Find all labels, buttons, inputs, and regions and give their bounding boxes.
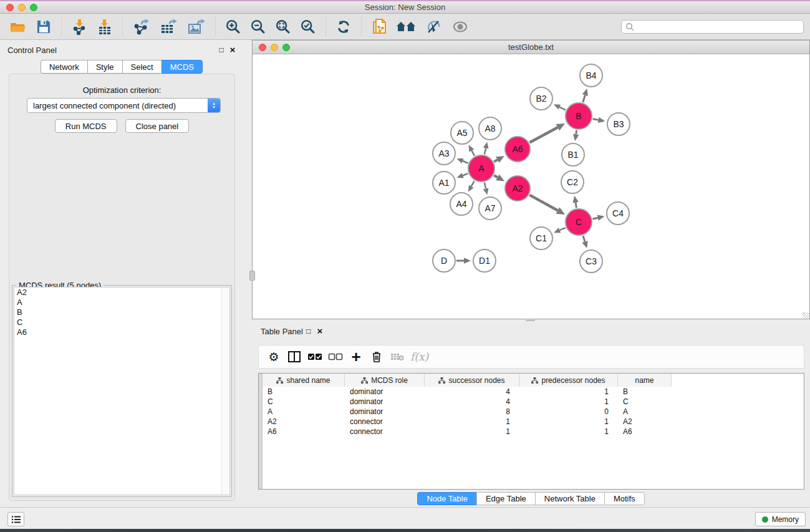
network-zoom-button[interactable] xyxy=(282,44,290,51)
tab-mcds[interactable]: MCDS xyxy=(162,60,203,74)
graph-node-B3[interactable]: B3 xyxy=(607,112,630,136)
graph-node-B[interactable]: B xyxy=(565,102,592,130)
float-table-panel-button[interactable]: □ xyxy=(303,326,314,336)
graph-node-B1[interactable]: B1 xyxy=(561,143,585,167)
graph-node-A3[interactable]: A3 xyxy=(432,142,456,165)
criterion-dropdown[interactable]: largest connected component (directed) ▲… xyxy=(27,98,221,113)
table-row[interactable]: A2connector11A2 xyxy=(263,417,804,427)
network-minimize-button[interactable] xyxy=(271,44,278,51)
tab-select[interactable]: Select xyxy=(122,60,162,74)
open-file-button[interactable] xyxy=(8,17,28,36)
home-icon xyxy=(396,19,416,34)
table-cell: connector xyxy=(345,427,425,437)
add-column-button[interactable]: + xyxy=(349,349,364,365)
column-header-MCDS-role[interactable]: MCDS role xyxy=(345,374,425,387)
tab-motifs[interactable]: Motifs xyxy=(604,492,645,505)
show-columns-button[interactable] xyxy=(287,349,302,365)
graph-node-A[interactable]: A xyxy=(468,155,495,182)
zoom-window-button[interactable] xyxy=(30,4,37,11)
network-canvas[interactable]: B4B2BB3A8A5A6A3B1AC2A1A2A4A7C4CC1C3DD1 xyxy=(253,54,809,319)
hide-annotations-button[interactable] xyxy=(423,17,443,36)
delete-columns-button[interactable] xyxy=(369,349,384,365)
network-close-button[interactable] xyxy=(259,44,266,51)
tab-style[interactable]: Style xyxy=(87,60,122,74)
mcds-result-item[interactable]: A2 xyxy=(14,288,229,297)
mcds-result-item[interactable]: C xyxy=(14,317,229,327)
export-network-button[interactable] xyxy=(131,17,152,37)
table-cell: 1 xyxy=(519,397,618,407)
tab-node-table[interactable]: Node Table xyxy=(417,492,476,505)
table-row[interactable]: A6connector11A6 xyxy=(263,427,804,437)
memory-button[interactable]: Memory xyxy=(755,512,806,526)
mcds-result-item[interactable]: A xyxy=(14,297,229,307)
toolbar-separator xyxy=(361,17,362,36)
column-header-name[interactable]: name xyxy=(618,374,672,387)
graph-node-D1[interactable]: D1 xyxy=(473,249,496,273)
run-mcds-button[interactable]: Run MCDS xyxy=(55,119,117,133)
graph-node-A1[interactable]: A1 xyxy=(432,171,456,195)
graph-node-C[interactable]: C xyxy=(565,208,592,236)
session-title: Session: New Session xyxy=(365,2,445,12)
zoom-selected-button[interactable] xyxy=(299,17,317,36)
graph-node-A7[interactable]: A7 xyxy=(478,196,502,220)
task-history-button[interactable] xyxy=(7,512,24,526)
new-network-from-file-button[interactable] xyxy=(370,17,388,37)
home-button[interactable] xyxy=(395,18,417,36)
toolbar-separator xyxy=(325,17,326,36)
graph-node-A6[interactable]: A6 xyxy=(504,136,531,162)
tab-network-table[interactable]: Network Table xyxy=(535,492,604,505)
graph-node-B2[interactable]: B2 xyxy=(529,87,553,110)
column-header-shared-name[interactable]: shared name xyxy=(263,374,345,387)
tab-network[interactable]: Network xyxy=(41,60,87,74)
toolbar-separator xyxy=(61,17,62,36)
refresh-icon xyxy=(335,19,352,35)
table-options-button[interactable]: ⚙ xyxy=(266,349,281,365)
export-table-button[interactable] xyxy=(158,17,180,37)
result-scrollbar[interactable] xyxy=(221,288,229,495)
close-panel-button-mcds[interactable]: Close panel xyxy=(125,119,190,133)
graph-node-C1[interactable]: C1 xyxy=(529,226,553,250)
graph-node-C2[interactable]: C2 xyxy=(561,170,584,194)
table-tabs: Node TableEdge TableNetwork TableMotifs xyxy=(252,492,810,505)
search-input[interactable] xyxy=(637,22,799,31)
table-row[interactable]: Bdominator41B xyxy=(263,387,804,397)
table-cell: A xyxy=(263,407,345,417)
close-window-button[interactable] xyxy=(6,4,14,11)
graph-node-C4[interactable]: C4 xyxy=(606,201,630,225)
tab-edge-table[interactable]: Edge Table xyxy=(476,492,535,505)
graph-node-A2[interactable]: A2 xyxy=(504,175,531,201)
graph-node-A4[interactable]: A4 xyxy=(450,192,473,216)
graph-node-A8[interactable]: A8 xyxy=(478,117,502,140)
minimize-window-button[interactable] xyxy=(18,4,26,11)
import-network-button[interactable] xyxy=(70,17,89,37)
close-table-panel-button[interactable]: × xyxy=(314,326,325,336)
float-panel-button[interactable]: □ xyxy=(216,45,227,55)
zoom-in-button[interactable] xyxy=(224,17,243,36)
close-panel-button[interactable]: × xyxy=(227,45,238,55)
network-vertical-scroll-thumb[interactable] xyxy=(249,271,255,281)
zoom-out-button[interactable] xyxy=(249,17,268,36)
graph-node-D[interactable]: D xyxy=(432,249,456,273)
save-session-button[interactable] xyxy=(34,17,53,36)
columns-icon xyxy=(287,351,301,363)
table-row[interactable]: Cdominator41C xyxy=(263,397,804,407)
export-image-button[interactable] xyxy=(186,17,207,37)
table-cell: 4 xyxy=(425,397,519,407)
graph-node-B4[interactable]: B4 xyxy=(579,64,603,87)
graph-node-C3[interactable]: C3 xyxy=(579,249,603,273)
import-table-button[interactable] xyxy=(95,17,114,37)
network-resize-grip[interactable] xyxy=(803,312,809,319)
select-all-button[interactable] xyxy=(307,349,322,365)
show-hide-graphics-button[interactable] xyxy=(450,18,471,36)
mcds-result-item[interactable]: B xyxy=(14,307,229,317)
column-header-predecessor-nodes[interactable]: predecessor nodes xyxy=(519,374,618,387)
mcds-result-item[interactable]: A6 xyxy=(14,327,229,337)
deselect-all-button[interactable] xyxy=(328,349,343,365)
zoom-fit-button[interactable] xyxy=(274,17,292,36)
graph-node-A5[interactable]: A5 xyxy=(450,121,474,145)
column-header-successor-nodes[interactable]: successor nodes xyxy=(425,374,519,387)
apply-layout-button[interactable] xyxy=(334,17,353,36)
mcds-result-list[interactable]: A2ABCA6 xyxy=(14,287,230,495)
table-row[interactable]: Adominator80A xyxy=(263,407,804,417)
mcds-buttons: Run MCDS Close panel xyxy=(9,119,234,133)
